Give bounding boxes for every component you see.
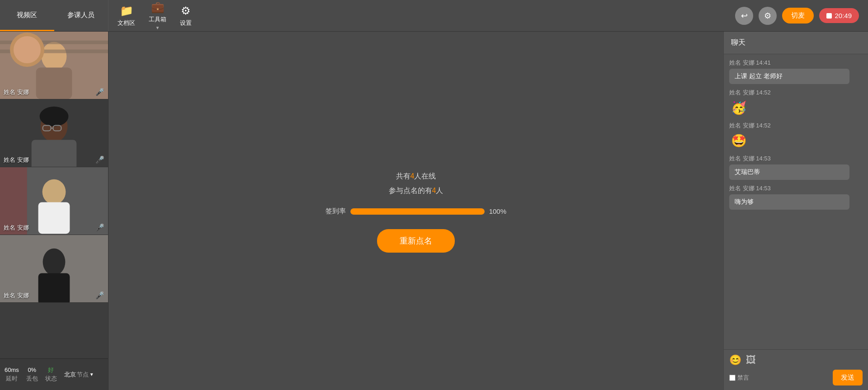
chat-bubble-4: 艾瑞巴蒂	[729, 164, 849, 180]
record-button[interactable]: 20:49	[819, 8, 859, 23]
video-name-2: 姓名 安娜	[4, 156, 29, 164]
chat-sender-4: 姓名 安娜 14:53	[729, 155, 863, 163]
mute-label: 禁言	[729, 374, 749, 382]
mute-text: 禁言	[737, 374, 749, 382]
progress-label: 签到率	[326, 207, 346, 216]
video-name-3: 姓名 安娜	[4, 224, 29, 232]
svg-point-1	[42, 42, 67, 71]
record-time: 20:49	[835, 12, 852, 19]
mic-icon-3: 🎤	[95, 223, 104, 232]
attendance-stats: 共有4人在线 参与点名的有4人	[389, 169, 443, 198]
video-name-1: 姓名 安娜	[4, 88, 29, 96]
top-bar-left: 视频区 参课人员	[0, 0, 108, 31]
chat-sender-1: 姓名 安娜 14:41	[729, 59, 863, 67]
chat-footer: 😊 🖼 禁言 发送	[724, 349, 868, 390]
delay-value: 60ms	[5, 366, 19, 374]
svg-rect-11	[32, 140, 77, 167]
toolbox-button[interactable]: 💼 工具箱 ▼	[149, 1, 166, 30]
status-bar: 60ms 延时 0% 丢包 好 状态 北京 节点 ▼	[0, 358, 108, 390]
toolbox-icon: 💼	[151, 1, 165, 14]
svg-rect-4	[0, 50, 108, 53]
cut-mic-button[interactable]: 切麦	[782, 8, 814, 23]
video-list: 姓名 安娜 🎤	[0, 32, 108, 358]
loss-label: 丢包	[26, 375, 38, 383]
chat-message-5: 姓名 安娜 14:53 嗨为够	[729, 184, 863, 210]
svg-rect-14	[38, 202, 70, 234]
top-bar: 视频区 参课人员 📁 文档区 💼 工具箱 ▼ ⚙ 设置 ↩ ⚙ 切麦 20:49	[0, 0, 868, 32]
chat-message-3: 姓名 安娜 14:52 🤩	[729, 122, 863, 150]
svg-rect-3	[0, 41, 108, 44]
loss-value: 0%	[28, 366, 36, 374]
right-chat: 聊天 姓名 安娜 14:41 上课 起立 老师好 姓名 安娜 14:52 🥳 姓…	[723, 32, 868, 390]
delay-status: 60ms 延时	[5, 366, 19, 382]
chat-bubble-5: 嗨为够	[729, 194, 849, 210]
chat-sender-5: 姓名 安娜 14:53	[729, 184, 863, 193]
mic-icon-4: 🎤	[95, 291, 104, 300]
node-value: 北京	[64, 371, 76, 379]
settings-icon: ⚙	[181, 5, 191, 17]
tab-participants[interactable]: 参课人员	[54, 0, 108, 31]
toolbox-label: 工具箱	[149, 15, 166, 23]
send-button[interactable]: 发送	[833, 370, 863, 385]
video-item-1: 姓名 安娜 🎤	[0, 32, 108, 99]
exit-button[interactable]: ↩	[735, 7, 753, 25]
mic-icon-2: 🎤	[95, 155, 104, 164]
emoji-tool-icon[interactable]: 😊	[729, 354, 741, 366]
chat-message-4: 姓名 安娜 14:53 艾瑞巴蒂	[729, 155, 863, 180]
docs-icon: 📁	[120, 5, 133, 17]
gear-icon: ⚙	[764, 11, 771, 21]
chat-message-1: 姓名 安娜 14:41 上课 起立 老师好	[729, 59, 863, 84]
progress-row: 签到率 100%	[326, 207, 506, 216]
attendance-panel: 共有4人在线 参与点名的有4人 签到率 100% 重新点名	[326, 169, 506, 253]
docs-label: 文档区	[118, 19, 135, 27]
tab-video[interactable]: 视频区	[0, 0, 54, 31]
settings-label: 设置	[180, 19, 192, 27]
chat-tools: 😊 🖼	[729, 354, 863, 366]
participate-prefix: 参与点名的有	[389, 187, 432, 194]
chat-input-row: 禁言 发送	[729, 370, 863, 385]
delay-label: 延时	[6, 375, 18, 383]
chat-bubble-1: 上课 起立 老师好	[729, 69, 849, 84]
svg-rect-2	[36, 67, 72, 99]
mute-checkbox[interactable]	[729, 375, 736, 381]
chat-messages: 姓名 安娜 14:41 上课 起立 老师好 姓名 安娜 14:52 🥳 姓名 安…	[724, 54, 868, 349]
chat-header: 聊天	[724, 32, 868, 54]
svg-rect-19	[38, 273, 70, 302]
node-selector[interactable]: 北京 节点 ▼	[64, 371, 94, 379]
quality-status: 好 状态	[45, 366, 57, 382]
loss-status: 0% 丢包	[26, 366, 38, 382]
video-item-3: 姓名 安娜 🎤	[0, 167, 108, 235]
center-content: 共有4人在线 参与点名的有4人 签到率 100% 重新点名	[108, 32, 723, 390]
settings-button2[interactable]: ⚙	[759, 7, 777, 25]
chat-sender-2: 姓名 安娜 14:52	[729, 89, 863, 97]
quality-value: 好	[48, 366, 54, 374]
chat-emoji-2: 🥳	[729, 99, 863, 117]
quality-label: 状态	[45, 375, 57, 383]
total-suffix: 人在线	[414, 172, 436, 180]
node-dropdown-icon: ▼	[90, 372, 94, 377]
left-sidebar: 姓名 安娜 🎤	[0, 32, 108, 390]
settings-button[interactable]: ⚙ 设置	[180, 5, 192, 27]
progress-bar-track	[350, 208, 485, 215]
top-bar-right: ↩ ⚙ 切麦 20:49	[735, 7, 868, 25]
participate-text: 参与点名的有4人	[389, 183, 443, 198]
chat-title: 聊天	[731, 38, 745, 47]
top-bar-center: 📁 文档区 💼 工具箱 ▼ ⚙ 设置	[108, 0, 735, 31]
total-online-text: 共有4人在线	[389, 169, 443, 183]
svg-point-13	[42, 179, 66, 205]
image-tool-icon[interactable]: 🖼	[746, 354, 756, 366]
svg-point-7	[40, 107, 69, 127]
main-content: 姓名 安娜 🎤	[0, 32, 868, 390]
chat-sender-3: 姓名 安娜 14:52	[729, 122, 863, 130]
node-label: 节点	[77, 371, 89, 379]
video-item-2: 姓名 安娜 🎤	[0, 99, 108, 167]
docs-button[interactable]: 📁 文档区	[118, 5, 135, 27]
video-name-4: 姓名 安娜	[4, 291, 29, 300]
toolbox-dropdown-icon: ▼	[156, 25, 160, 30]
exit-icon: ↩	[741, 11, 748, 21]
recheck-button[interactable]: 重新点名	[377, 229, 455, 253]
chat-emoji-3: 🤩	[729, 132, 863, 150]
record-dot-icon	[826, 13, 832, 19]
mic-icon-1: 🎤	[95, 88, 104, 96]
participate-suffix: 人	[436, 187, 443, 194]
